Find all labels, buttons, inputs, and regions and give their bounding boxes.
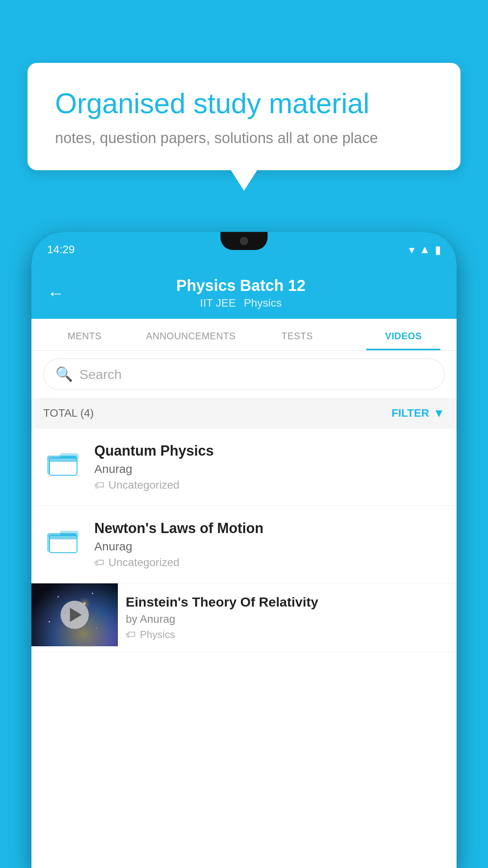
app-header-title-block: Physics Batch 12 IIT JEE Physics: [76, 277, 405, 309]
status-time: 14:29: [47, 243, 75, 256]
video-author: Anurag: [94, 462, 445, 476]
status-bar: 14:29 ▾ ▲ ▮: [31, 232, 457, 267]
video-title: Newton's Laws of Motion: [94, 520, 445, 537]
list-item-video[interactable]: Einstein's Theory Of Relativity by Anura…: [31, 583, 457, 652]
folder-icon-wrapper: [43, 520, 83, 559]
back-button[interactable]: ←: [47, 285, 64, 302]
front-camera: [240, 237, 248, 245]
folder-icon: [47, 526, 79, 554]
video-tag: 🏷 Physics: [126, 629, 449, 641]
tab-bar: MENTS ANNOUNCEMENTS TESTS VIDEOS: [31, 319, 457, 351]
search-bar[interactable]: 🔍 Search: [43, 359, 445, 390]
subject-tag-1: IIT JEE: [200, 297, 236, 309]
tag-icon: 🏷: [126, 629, 136, 641]
total-count-label: TOTAL (4): [43, 407, 94, 419]
list-item[interactable]: Newton's Laws of Motion Anurag 🏷 Uncateg…: [31, 506, 457, 583]
filter-bar: TOTAL (4) FILTER ▼: [31, 398, 457, 428]
video-tag: 🏷 Uncategorized: [94, 479, 445, 491]
phone-content: ← Physics Batch 12 IIT JEE Physics MENTS…: [31, 267, 457, 868]
signal-icon: ▲: [419, 243, 430, 256]
play-icon: [70, 608, 82, 622]
list-item[interactable]: Quantum Physics Anurag 🏷 Uncategorized: [31, 428, 457, 506]
video-author: Anurag: [94, 540, 445, 553]
video-content: Einstein's Theory Of Relativity by Anura…: [118, 583, 457, 652]
tab-videos[interactable]: VIDEOS: [350, 319, 457, 350]
subject-tag-2: Physics: [244, 297, 281, 309]
filter-button[interactable]: FILTER ▼: [391, 406, 445, 420]
search-icon: 🔍: [55, 366, 73, 383]
tag-icon: 🏷: [94, 557, 105, 569]
phone-notch: [220, 232, 268, 250]
bubble-heading: Organised study material: [55, 86, 433, 120]
list-item-content: Newton's Laws of Motion Anurag 🏷 Uncateg…: [94, 520, 445, 569]
filter-icon: ▼: [433, 406, 445, 420]
video-tag: 🏷 Uncategorized: [94, 556, 445, 569]
bubble-subtext: notes, question papers, solutions all at…: [55, 130, 433, 147]
phone-frame: 14:29 ▾ ▲ ▮ ← Physics Batch 12 IIT JEE P…: [31, 232, 457, 868]
list-item-content: Quantum Physics Anurag 🏷 Uncategorized: [94, 443, 445, 491]
video-title: Einstein's Theory Of Relativity: [126, 594, 449, 610]
tab-ments[interactable]: MENTS: [31, 319, 138, 350]
tab-announcements[interactable]: ANNOUNCEMENTS: [138, 319, 244, 350]
search-bar-container: 🔍 Search: [31, 351, 457, 398]
app-header: ← Physics Batch 12 IIT JEE Physics: [31, 267, 457, 319]
folder-icon-wrapper: [43, 443, 83, 482]
video-author: by Anurag: [126, 613, 449, 625]
search-input[interactable]: Search: [79, 367, 122, 382]
content-list: Quantum Physics Anurag 🏷 Uncategorized: [31, 428, 457, 652]
folder-icon: [47, 449, 79, 476]
battery-icon: ▮: [435, 243, 441, 256]
batch-title: Physics Batch 12: [76, 277, 405, 294]
wifi-icon: ▾: [409, 243, 415, 256]
play-button[interactable]: [61, 601, 89, 629]
status-icons: ▾ ▲ ▮: [409, 243, 441, 256]
tag-icon: 🏷: [94, 479, 105, 491]
speech-bubble: Organised study material notes, question…: [28, 63, 460, 170]
video-title: Quantum Physics: [94, 443, 445, 459]
tab-tests[interactable]: TESTS: [244, 319, 350, 350]
batch-subtitle: IIT JEE Physics: [76, 297, 405, 309]
video-thumbnail: [31, 583, 118, 646]
